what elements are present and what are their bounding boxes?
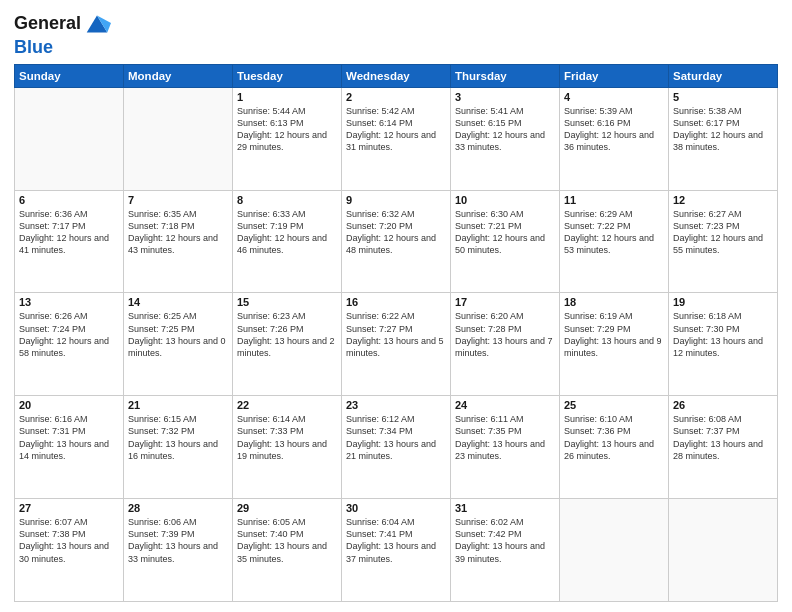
day-number: 9: [346, 194, 446, 206]
calendar-cell: 2Sunrise: 5:42 AM Sunset: 6:14 PM Daylig…: [342, 87, 451, 190]
calendar-table: SundayMondayTuesdayWednesdayThursdayFrid…: [14, 64, 778, 602]
calendar-week-row: 20Sunrise: 6:16 AM Sunset: 7:31 PM Dayli…: [15, 396, 778, 499]
day-info: Sunrise: 6:27 AM Sunset: 7:23 PM Dayligh…: [673, 208, 773, 257]
calendar-cell: 22Sunrise: 6:14 AM Sunset: 7:33 PM Dayli…: [233, 396, 342, 499]
day-info: Sunrise: 6:25 AM Sunset: 7:25 PM Dayligh…: [128, 310, 228, 359]
calendar-cell: 25Sunrise: 6:10 AM Sunset: 7:36 PM Dayli…: [560, 396, 669, 499]
calendar-cell: 4Sunrise: 5:39 AM Sunset: 6:16 PM Daylig…: [560, 87, 669, 190]
calendar-day-header: Monday: [124, 64, 233, 87]
day-info: Sunrise: 6:20 AM Sunset: 7:28 PM Dayligh…: [455, 310, 555, 359]
day-number: 18: [564, 296, 664, 308]
calendar-cell: 6Sunrise: 6:36 AM Sunset: 7:17 PM Daylig…: [15, 190, 124, 293]
day-info: Sunrise: 6:06 AM Sunset: 7:39 PM Dayligh…: [128, 516, 228, 565]
day-number: 30: [346, 502, 446, 514]
logo: General Blue: [14, 10, 111, 58]
day-number: 8: [237, 194, 337, 206]
day-info: Sunrise: 6:18 AM Sunset: 7:30 PM Dayligh…: [673, 310, 773, 359]
day-info: Sunrise: 6:29 AM Sunset: 7:22 PM Dayligh…: [564, 208, 664, 257]
day-number: 29: [237, 502, 337, 514]
day-number: 26: [673, 399, 773, 411]
day-number: 5: [673, 91, 773, 103]
day-number: 3: [455, 91, 555, 103]
day-info: Sunrise: 5:39 AM Sunset: 6:16 PM Dayligh…: [564, 105, 664, 154]
day-number: 25: [564, 399, 664, 411]
day-number: 23: [346, 399, 446, 411]
calendar-cell: [560, 499, 669, 602]
calendar-day-header: Saturday: [669, 64, 778, 87]
day-info: Sunrise: 5:38 AM Sunset: 6:17 PM Dayligh…: [673, 105, 773, 154]
calendar-cell: 21Sunrise: 6:15 AM Sunset: 7:32 PM Dayli…: [124, 396, 233, 499]
calendar-cell: 20Sunrise: 6:16 AM Sunset: 7:31 PM Dayli…: [15, 396, 124, 499]
day-number: 11: [564, 194, 664, 206]
calendar-day-header: Friday: [560, 64, 669, 87]
calendar-week-row: 6Sunrise: 6:36 AM Sunset: 7:17 PM Daylig…: [15, 190, 778, 293]
calendar-cell: 15Sunrise: 6:23 AM Sunset: 7:26 PM Dayli…: [233, 293, 342, 396]
day-info: Sunrise: 6:07 AM Sunset: 7:38 PM Dayligh…: [19, 516, 119, 565]
day-info: Sunrise: 6:23 AM Sunset: 7:26 PM Dayligh…: [237, 310, 337, 359]
day-info: Sunrise: 6:10 AM Sunset: 7:36 PM Dayligh…: [564, 413, 664, 462]
day-info: Sunrise: 6:33 AM Sunset: 7:19 PM Dayligh…: [237, 208, 337, 257]
day-number: 15: [237, 296, 337, 308]
calendar-cell: 17Sunrise: 6:20 AM Sunset: 7:28 PM Dayli…: [451, 293, 560, 396]
day-number: 24: [455, 399, 555, 411]
calendar-cell: 26Sunrise: 6:08 AM Sunset: 7:37 PM Dayli…: [669, 396, 778, 499]
calendar-day-header: Wednesday: [342, 64, 451, 87]
day-info: Sunrise: 5:42 AM Sunset: 6:14 PM Dayligh…: [346, 105, 446, 154]
logo-icon: [83, 10, 111, 38]
day-info: Sunrise: 6:08 AM Sunset: 7:37 PM Dayligh…: [673, 413, 773, 462]
calendar-cell: 1Sunrise: 5:44 AM Sunset: 6:13 PM Daylig…: [233, 87, 342, 190]
day-number: 19: [673, 296, 773, 308]
day-info: Sunrise: 6:22 AM Sunset: 7:27 PM Dayligh…: [346, 310, 446, 359]
calendar-cell: 7Sunrise: 6:35 AM Sunset: 7:18 PM Daylig…: [124, 190, 233, 293]
day-info: Sunrise: 6:11 AM Sunset: 7:35 PM Dayligh…: [455, 413, 555, 462]
calendar-cell: 14Sunrise: 6:25 AM Sunset: 7:25 PM Dayli…: [124, 293, 233, 396]
calendar-cell: 10Sunrise: 6:30 AM Sunset: 7:21 PM Dayli…: [451, 190, 560, 293]
calendar-cell: 24Sunrise: 6:11 AM Sunset: 7:35 PM Dayli…: [451, 396, 560, 499]
calendar-week-row: 13Sunrise: 6:26 AM Sunset: 7:24 PM Dayli…: [15, 293, 778, 396]
day-number: 13: [19, 296, 119, 308]
logo-text-blue: Blue: [14, 38, 111, 58]
calendar-cell: 18Sunrise: 6:19 AM Sunset: 7:29 PM Dayli…: [560, 293, 669, 396]
calendar-day-header: Sunday: [15, 64, 124, 87]
calendar-day-header: Thursday: [451, 64, 560, 87]
calendar-week-row: 1Sunrise: 5:44 AM Sunset: 6:13 PM Daylig…: [15, 87, 778, 190]
calendar-cell: [669, 499, 778, 602]
day-number: 31: [455, 502, 555, 514]
day-info: Sunrise: 6:12 AM Sunset: 7:34 PM Dayligh…: [346, 413, 446, 462]
calendar-cell: 5Sunrise: 5:38 AM Sunset: 6:17 PM Daylig…: [669, 87, 778, 190]
calendar-cell: 11Sunrise: 6:29 AM Sunset: 7:22 PM Dayli…: [560, 190, 669, 293]
calendar-cell: 3Sunrise: 5:41 AM Sunset: 6:15 PM Daylig…: [451, 87, 560, 190]
calendar-cell: 12Sunrise: 6:27 AM Sunset: 7:23 PM Dayli…: [669, 190, 778, 293]
day-info: Sunrise: 5:44 AM Sunset: 6:13 PM Dayligh…: [237, 105, 337, 154]
calendar-cell: [15, 87, 124, 190]
calendar-cell: 28Sunrise: 6:06 AM Sunset: 7:39 PM Dayli…: [124, 499, 233, 602]
day-number: 20: [19, 399, 119, 411]
page: General Blue SundayMondayTuesdayWednesda…: [0, 0, 792, 612]
calendar-cell: 19Sunrise: 6:18 AM Sunset: 7:30 PM Dayli…: [669, 293, 778, 396]
day-number: 28: [128, 502, 228, 514]
day-number: 12: [673, 194, 773, 206]
day-info: Sunrise: 6:15 AM Sunset: 7:32 PM Dayligh…: [128, 413, 228, 462]
day-info: Sunrise: 6:04 AM Sunset: 7:41 PM Dayligh…: [346, 516, 446, 565]
day-info: Sunrise: 6:14 AM Sunset: 7:33 PM Dayligh…: [237, 413, 337, 462]
day-info: Sunrise: 6:32 AM Sunset: 7:20 PM Dayligh…: [346, 208, 446, 257]
day-info: Sunrise: 6:30 AM Sunset: 7:21 PM Dayligh…: [455, 208, 555, 257]
day-info: Sunrise: 6:36 AM Sunset: 7:17 PM Dayligh…: [19, 208, 119, 257]
calendar-cell: 30Sunrise: 6:04 AM Sunset: 7:41 PM Dayli…: [342, 499, 451, 602]
day-info: Sunrise: 6:26 AM Sunset: 7:24 PM Dayligh…: [19, 310, 119, 359]
day-number: 6: [19, 194, 119, 206]
calendar-cell: 9Sunrise: 6:32 AM Sunset: 7:20 PM Daylig…: [342, 190, 451, 293]
calendar-cell: 23Sunrise: 6:12 AM Sunset: 7:34 PM Dayli…: [342, 396, 451, 499]
day-number: 16: [346, 296, 446, 308]
header: General Blue: [14, 10, 778, 58]
calendar-day-header: Tuesday: [233, 64, 342, 87]
day-number: 7: [128, 194, 228, 206]
calendar-cell: 13Sunrise: 6:26 AM Sunset: 7:24 PM Dayli…: [15, 293, 124, 396]
day-number: 22: [237, 399, 337, 411]
calendar-cell: 31Sunrise: 6:02 AM Sunset: 7:42 PM Dayli…: [451, 499, 560, 602]
day-number: 10: [455, 194, 555, 206]
day-number: 17: [455, 296, 555, 308]
day-info: Sunrise: 5:41 AM Sunset: 6:15 PM Dayligh…: [455, 105, 555, 154]
calendar-header-row: SundayMondayTuesdayWednesdayThursdayFrid…: [15, 64, 778, 87]
calendar-week-row: 27Sunrise: 6:07 AM Sunset: 7:38 PM Dayli…: [15, 499, 778, 602]
